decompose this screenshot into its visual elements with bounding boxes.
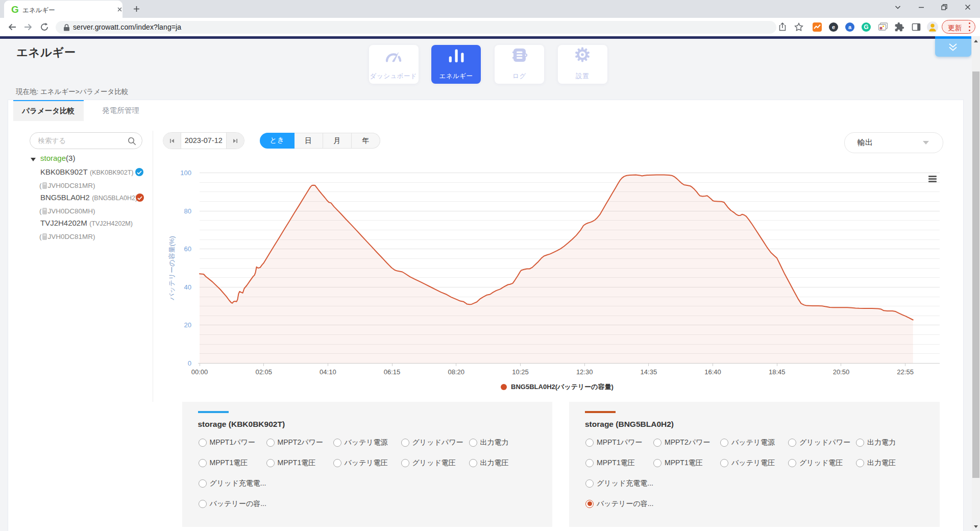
radio-option[interactable]: バッテリ電圧 bbox=[720, 458, 775, 468]
radio-option[interactable]: MPPT1パワー bbox=[199, 438, 255, 447]
url-text[interactable]: server.growatt.com/index?lang=ja bbox=[73, 23, 181, 31]
radio-icon[interactable] bbox=[199, 479, 207, 488]
period-tab-day[interactable]: 日 bbox=[295, 133, 323, 149]
date-value[interactable]: 2023-07-12 bbox=[181, 133, 226, 149]
prev-date-button[interactable] bbox=[163, 133, 181, 149]
radio-option[interactable]: 出力電力 bbox=[469, 438, 509, 447]
radio-icon[interactable] bbox=[720, 439, 728, 447]
radio-option[interactable]: グリッド充電電... bbox=[199, 479, 266, 488]
browser-tab[interactable]: G エネルギー bbox=[4, 1, 122, 18]
radio-icon[interactable] bbox=[585, 439, 594, 447]
radio-icon[interactable] bbox=[199, 459, 207, 467]
battery-capacity-line-chart[interactable]: 00:0002:0504:1006:1508:2010:2512:3014:35… bbox=[153, 154, 952, 399]
radio-icon[interactable] bbox=[788, 459, 796, 467]
radio-icon[interactable] bbox=[266, 439, 275, 447]
bookmark-star-icon[interactable] bbox=[794, 22, 804, 32]
radio-option[interactable]: バッテリーの容... bbox=[585, 499, 653, 509]
window-chevron-icon[interactable] bbox=[894, 4, 901, 11]
forward-button-icon[interactable] bbox=[23, 22, 33, 32]
extensions-puzzle-icon[interactable] bbox=[894, 22, 904, 32]
browser-menu-dots-icon[interactable] bbox=[969, 22, 971, 33]
radio-option[interactable]: バッテリ電圧 bbox=[333, 458, 388, 468]
radio-option[interactable]: 出力電力 bbox=[856, 438, 896, 447]
radio-option[interactable]: MPPT1パワー bbox=[585, 438, 642, 447]
tab-close-icon[interactable] bbox=[115, 5, 124, 14]
extension-a-icon[interactable]: a bbox=[845, 22, 855, 32]
share-icon[interactable] bbox=[777, 22, 788, 32]
period-tab-hour[interactable]: とき bbox=[260, 133, 295, 149]
radio-option[interactable]: MPPT2パワー bbox=[653, 438, 710, 447]
scrollbar-up-arrow[interactable] bbox=[974, 40, 978, 42]
radio-option[interactable]: MPPT1電圧 bbox=[653, 458, 703, 468]
tree-device-BNG5BLA0H2[interactable]: BNG5BLA0H2 (BNG5BLA0H2) bbox=[40, 193, 144, 202]
radio-icon[interactable] bbox=[653, 439, 662, 447]
radio-icon[interactable] bbox=[469, 459, 477, 467]
extension-chart-icon[interactable] bbox=[812, 22, 822, 32]
radio-selected-icon[interactable] bbox=[585, 500, 594, 508]
period-tab-month[interactable]: 月 bbox=[323, 133, 352, 149]
radio-option[interactable]: バッテリーの容... bbox=[199, 499, 266, 509]
radio-option[interactable]: 出力電圧 bbox=[856, 458, 896, 468]
next-date-button[interactable] bbox=[226, 133, 244, 149]
scrollbar-thumb[interactable] bbox=[972, 71, 979, 478]
window-minimize-button[interactable] bbox=[918, 4, 925, 11]
extension-e-icon[interactable]: e bbox=[828, 22, 839, 32]
radio-icon[interactable] bbox=[199, 439, 207, 447]
tab-parameter-comparison[interactable]: パラメータ比較 bbox=[13, 100, 84, 121]
device-search-box[interactable] bbox=[30, 132, 143, 149]
window-close-button[interactable] bbox=[964, 4, 971, 11]
radio-option[interactable]: MPPT1電圧 bbox=[266, 458, 316, 468]
radio-icon[interactable] bbox=[585, 459, 594, 467]
radio-icon[interactable] bbox=[788, 439, 796, 447]
extension-photos-icon[interactable] bbox=[878, 22, 888, 32]
tree-group-storage[interactable]: storage(3) bbox=[40, 154, 75, 162]
radio-icon[interactable] bbox=[653, 459, 662, 467]
export-dropdown[interactable]: 輸出 bbox=[844, 132, 943, 153]
radio-icon[interactable] bbox=[333, 459, 341, 467]
chart-legend[interactable]: BNG5BLA0H2(バッテリーの容量) bbox=[157, 382, 957, 392]
extension-grammarly-icon[interactable]: G bbox=[861, 22, 871, 32]
nav-log[interactable]: ログ bbox=[495, 45, 544, 84]
tree-expand-caret-icon[interactable] bbox=[31, 158, 36, 161]
radio-icon[interactable] bbox=[199, 500, 207, 508]
radio-icon[interactable] bbox=[333, 439, 341, 447]
window-restore-button[interactable] bbox=[941, 4, 948, 11]
radio-icon[interactable] bbox=[469, 439, 477, 447]
collapse-panel-button[interactable] bbox=[935, 39, 971, 57]
radio-option[interactable]: MPPT1電圧 bbox=[585, 458, 635, 468]
radio-icon[interactable] bbox=[856, 459, 864, 467]
page-scrollbar[interactable] bbox=[972, 36, 980, 531]
radio-option[interactable]: グリッド電圧 bbox=[401, 458, 456, 468]
back-button-icon[interactable] bbox=[8, 22, 17, 32]
radio-option[interactable]: MPPT2パワー bbox=[266, 438, 323, 447]
radio-option[interactable]: 出力電圧 bbox=[469, 458, 509, 468]
radio-option[interactable]: MPPT1電圧 bbox=[199, 458, 248, 468]
nav-dashboard[interactable]: ダッシュボード bbox=[369, 45, 419, 84]
radio-option[interactable]: グリッド充電電... bbox=[585, 479, 653, 488]
radio-option[interactable]: グリッドパワー bbox=[401, 438, 463, 447]
side-panel-icon[interactable] bbox=[911, 22, 921, 32]
reload-button-icon[interactable] bbox=[40, 22, 49, 32]
search-icon[interactable] bbox=[128, 137, 136, 146]
profile-avatar[interactable] bbox=[927, 21, 937, 32]
radio-option[interactable]: バッテリ電源 bbox=[720, 438, 775, 447]
radio-icon[interactable] bbox=[585, 479, 594, 488]
radio-icon[interactable] bbox=[856, 439, 864, 447]
radio-option[interactable]: バッテリ電源 bbox=[333, 438, 388, 447]
nav-energy[interactable]: エネルギー bbox=[431, 45, 481, 84]
search-input[interactable] bbox=[38, 136, 125, 146]
tab-plant-management[interactable]: 発電所管理 bbox=[83, 100, 158, 121]
radio-icon[interactable] bbox=[401, 439, 409, 447]
radio-option[interactable]: グリッド電圧 bbox=[788, 458, 843, 468]
tree-device-TVJ2H4202M[interactable]: TVJ2H4202M (TVJ2H4202M) bbox=[40, 219, 133, 228]
radio-icon[interactable] bbox=[401, 459, 409, 467]
update-button[interactable]: 更新 bbox=[942, 20, 975, 34]
radio-icon[interactable] bbox=[720, 459, 728, 467]
scrollbar-down-arrow[interactable] bbox=[974, 525, 978, 528]
radio-option[interactable]: グリッドパワー bbox=[788, 438, 850, 447]
new-tab-button[interactable] bbox=[132, 5, 141, 13]
nav-settings[interactable]: 設置 bbox=[558, 45, 607, 84]
tree-device-KBK0BK902T[interactable]: KBK0BK902T (KBK0BK902T) bbox=[40, 167, 143, 177]
radio-icon[interactable] bbox=[266, 459, 275, 467]
chart-menu-icon[interactable] bbox=[928, 176, 937, 183]
